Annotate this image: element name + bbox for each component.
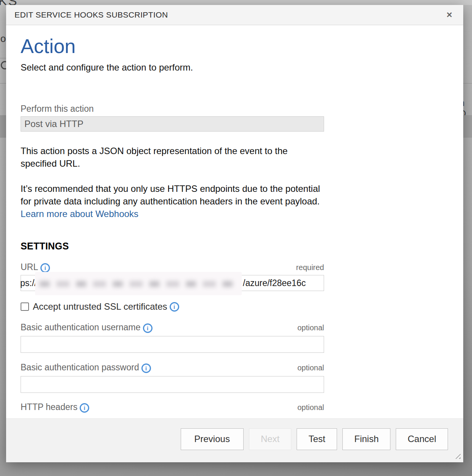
basic-auth-username-input[interactable]: [21, 336, 324, 353]
settings-heading: SETTINGS: [21, 241, 324, 252]
finish-button[interactable]: Finish: [342, 428, 390, 450]
basic-auth-password-label: Basic authentication password: [21, 362, 139, 373]
backdrop-divider: [0, 58, 6, 58]
username-optional-badge: optional: [297, 323, 324, 332]
backdrop-table-row-right: st: [463, 115, 472, 138]
next-button: Next: [249, 428, 291, 450]
url-label-row: URL i required: [21, 262, 324, 273]
dialog-header: EDIT SERVICE HOOKS SUBSCRIPTION ✕: [6, 5, 463, 25]
dialog-body: Action Select and configure the action t…: [6, 25, 463, 418]
http-headers-label-row: HTTP headers i optional: [21, 402, 324, 413]
url-label: URL: [21, 262, 38, 272]
ssl-checkbox-row: Accept untrusted SSL certificates i: [21, 301, 324, 312]
username-info-icon[interactable]: i: [143, 323, 153, 333]
url-required-badge: required: [296, 263, 324, 272]
page-subtitle: Select and configure the action to perfo…: [21, 62, 324, 73]
perform-action-select: Post via HTTP: [21, 116, 324, 132]
https-recommendation-text: It’s recommended that you only use HTTPS…: [21, 183, 320, 206]
password-label-row: Basic authentication password i optional: [21, 362, 324, 373]
username-label-row: Basic authentication username i optional: [21, 322, 324, 333]
accept-untrusted-ssl-label: Accept untrusted SSL certificates: [33, 301, 167, 312]
test-button[interactable]: Test: [297, 428, 337, 450]
backdrop-clipped-heading: KS: [0, 0, 18, 5]
dialog-footer: Previous Next Test Finish Cancel: [6, 418, 463, 462]
backdrop-top-band: KS: [0, 0, 472, 5]
dialog-title: EDIT SERVICE HOOKS SUBSCRIPTION: [14, 10, 168, 19]
backdrop-table-row-left: [0, 115, 6, 138]
password-optional-badge: optional: [297, 363, 324, 372]
https-recommendation: It’s recommended that you only use HTTPS…: [21, 182, 325, 220]
cancel-button[interactable]: Cancel: [396, 428, 448, 450]
http-headers-info-icon[interactable]: i: [80, 403, 89, 413]
blur-smudge: [40, 281, 235, 287]
basic-auth-password-input[interactable]: [21, 376, 324, 393]
page-title: Action: [21, 35, 324, 57]
redacted-url-blur: [35, 272, 242, 295]
close-icon[interactable]: ✕: [444, 10, 455, 20]
edit-service-hooks-subscription-dialog: EDIT SERVICE HOOKS SUBSCRIPTION ✕ Action…: [6, 5, 463, 462]
perform-action-value: Post via HTTP: [24, 119, 83, 129]
url-input[interactable]: ps:// /azure/f28ee16c: [21, 275, 324, 291]
url-info-icon[interactable]: i: [40, 263, 50, 273]
accept-untrusted-ssl-checkbox[interactable]: [21, 302, 29, 311]
perform-action-label: Perform this action: [21, 104, 324, 114]
url-value-prefix: ps://: [20, 278, 37, 288]
password-info-icon[interactable]: i: [141, 363, 151, 373]
backdrop-clipped-text-left: o: [0, 33, 6, 45]
backdrop-divider: [463, 83, 472, 84]
url-value-suffix: /azure/f28ee16c: [243, 275, 306, 291]
resize-handle[interactable]: [453, 452, 461, 459]
previous-button[interactable]: Previous: [181, 428, 244, 450]
learn-more-webhooks-link[interactable]: Learn more about Webhooks: [21, 209, 138, 219]
action-description: This action posts a JSON object represen…: [21, 145, 325, 170]
backdrop-divider: [0, 83, 6, 84]
http-headers-optional-badge: optional: [297, 403, 324, 412]
http-headers-label: HTTP headers: [21, 402, 77, 412]
ssl-info-icon[interactable]: i: [170, 302, 179, 312]
basic-auth-username-label: Basic authentication username: [21, 322, 141, 333]
